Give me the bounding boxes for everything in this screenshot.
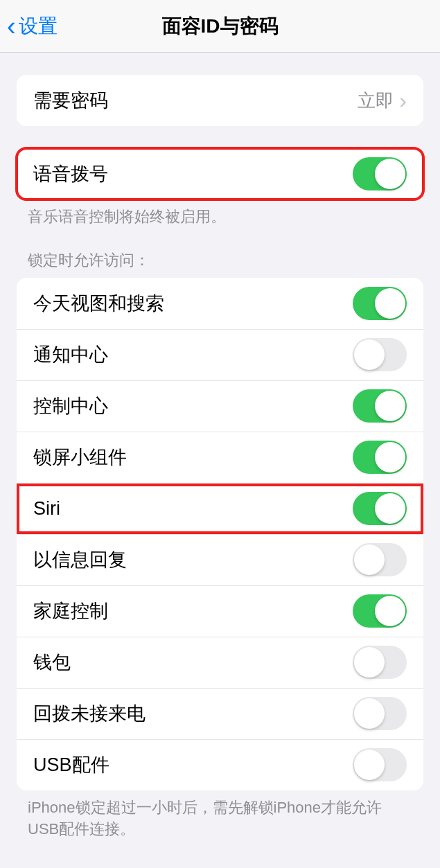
toggle-knob bbox=[375, 493, 405, 524]
locked-access-item-toggle[interactable] bbox=[353, 594, 407, 628]
locked-access-footer: iPhone锁定超过一小时后，需先解锁iPhone才能允许USB配件连接。 bbox=[0, 790, 440, 840]
require-passcode-value: 立即 bbox=[358, 89, 394, 113]
locked-access-item-label: 以信息回复 bbox=[33, 547, 127, 572]
chevron-right-icon: › bbox=[399, 89, 407, 112]
locked-access-row: USB配件 bbox=[17, 739, 423, 790]
locked-access-item-toggle[interactable] bbox=[353, 338, 407, 371]
locked-access-row: 家庭控制 bbox=[17, 585, 423, 637]
locked-access-header: 锁定时允许访问： bbox=[0, 250, 440, 278]
locked-access-item-toggle[interactable] bbox=[353, 748, 407, 781]
toggle-knob bbox=[375, 159, 405, 189]
toggle-knob bbox=[354, 750, 385, 780]
toggle-knob bbox=[354, 698, 385, 729]
locked-access-item-toggle[interactable] bbox=[353, 492, 407, 525]
navigation-bar: ‹ 设置 面容ID与密码 bbox=[0, 0, 440, 53]
locked-access-item-label: USB配件 bbox=[33, 752, 109, 777]
locked-access-row: 锁屏小组件 bbox=[17, 432, 423, 483]
locked-access-item-label: 锁屏小组件 bbox=[33, 445, 127, 470]
locked-access-item-toggle[interactable] bbox=[353, 697, 407, 730]
page-title: 面容ID与密码 bbox=[0, 13, 440, 39]
locked-access-item-label: 家庭控制 bbox=[33, 599, 108, 623]
toggle-knob bbox=[354, 647, 385, 677]
locked-access-item-toggle[interactable] bbox=[353, 441, 407, 474]
locked-access-item-label: 通知中心 bbox=[33, 342, 108, 367]
back-label: 设置 bbox=[19, 13, 58, 39]
voice-dial-label: 语音拨号 bbox=[33, 161, 108, 186]
toggle-knob bbox=[375, 442, 405, 472]
locked-access-row: 钱包 bbox=[17, 637, 423, 688]
locked-access-item-label: 回拨未接来电 bbox=[33, 701, 146, 726]
content-area: 需要密码 立即 › 语音拨号 音乐语音控制将始终被启用。 锁定时允许访问： 今天… bbox=[0, 75, 440, 860]
locked-access-row: 控制中心 bbox=[17, 380, 423, 432]
locked-access-row: Siri bbox=[17, 483, 423, 534]
chevron-left-icon: ‹ bbox=[7, 13, 16, 39]
toggle-knob bbox=[375, 391, 405, 421]
locked-access-row: 回拨未接来电 bbox=[17, 688, 423, 739]
locked-access-row: 以信息回复 bbox=[17, 534, 423, 585]
locked-access-item-label: 今天视图和搜索 bbox=[33, 291, 164, 316]
require-passcode-row[interactable]: 需要密码 立即 › bbox=[17, 75, 423, 126]
voice-dial-toggle[interactable] bbox=[353, 157, 407, 191]
locked-access-item-toggle[interactable] bbox=[353, 287, 407, 320]
toggle-knob bbox=[375, 596, 405, 626]
locked-access-item-label: Siri bbox=[33, 498, 60, 520]
locked-access-item-label: 控制中心 bbox=[33, 393, 108, 418]
locked-access-item-label: 钱包 bbox=[33, 650, 71, 675]
voice-dial-card: 语音拨号 bbox=[17, 148, 423, 200]
locked-access-card: 今天视图和搜索通知中心控制中心锁屏小组件Siri以信息回复家庭控制钱包回拨未接来… bbox=[17, 278, 423, 790]
toggle-knob bbox=[375, 288, 405, 319]
toggle-knob bbox=[354, 544, 385, 575]
require-passcode-value-wrap: 立即 › bbox=[358, 89, 407, 113]
require-passcode-card: 需要密码 立即 › bbox=[17, 75, 423, 126]
voice-dial-footer: 音乐语音控制将始终被启用。 bbox=[0, 200, 440, 228]
locked-access-item-toggle[interactable] bbox=[353, 543, 407, 576]
require-passcode-label: 需要密码 bbox=[33, 88, 108, 113]
toggle-knob bbox=[354, 339, 385, 370]
locked-access-item-toggle[interactable] bbox=[353, 646, 407, 679]
locked-access-row: 通知中心 bbox=[17, 329, 423, 380]
locked-access-item-toggle[interactable] bbox=[353, 389, 407, 423]
voice-dial-row: 语音拨号 bbox=[17, 148, 423, 200]
locked-access-row: 今天视图和搜索 bbox=[17, 278, 423, 329]
back-button[interactable]: ‹ 设置 bbox=[7, 13, 58, 39]
